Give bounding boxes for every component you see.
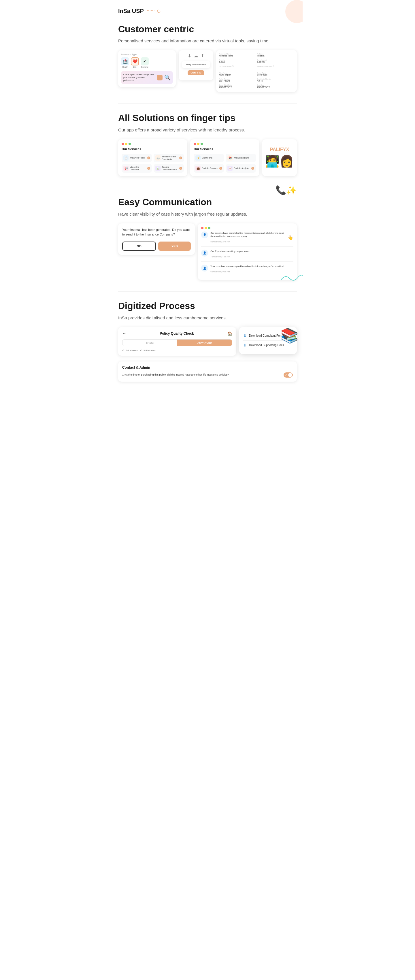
tab-basic[interactable]: BASIC: [122, 340, 177, 346]
mc-icon: 📢: [123, 166, 129, 171]
general-label: General: [141, 66, 148, 68]
policy-field-startdate: Cover Start Date DD/MM/YYYY: [219, 84, 256, 88]
service-item-ocs[interactable]: 📊 Ongoing Complaint Status i: [154, 164, 184, 173]
advanced-time-value: 3-5 Minutes: [143, 349, 156, 352]
header-decoration: ~~ ○: [147, 7, 161, 15]
chat-window-dots: [201, 227, 293, 229]
service-item-cf[interactable]: 📝 Claim Filing: [194, 154, 224, 162]
window-dots-2: [194, 143, 256, 145]
kyp-badge: i: [147, 156, 150, 159]
general-icon-item: ✓ General: [141, 57, 149, 68]
book-decoration: 📚: [280, 327, 298, 344]
chat-dot-yellow: [205, 227, 207, 229]
palifyx-illustration: 🧑‍💻👩: [265, 154, 294, 168]
section4-visuals: ← Policy Quality Check 🏠 BASIC ADVANCED …: [118, 327, 297, 356]
cover-value: Cover Type: [257, 74, 294, 76]
section1-title: Customer centric: [118, 24, 297, 35]
service-item-icc[interactable]: ⚖️ Insurance Claim Complaints i: [154, 154, 184, 162]
no-button[interactable]: NO: [122, 242, 156, 251]
ocs-icon: 📊: [155, 166, 161, 171]
savings-text: Check if your current savings meet your …: [123, 73, 155, 81]
chat-avatar-2: 👤: [201, 250, 208, 256]
easy-comm-section: 📞✨ Easy Communication Have clear visibil…: [112, 191, 303, 288]
toggle-switch[interactable]: ✓: [284, 372, 293, 378]
clock-icon-advanced: ⏱: [140, 349, 142, 352]
pcc-title: Policy Quality Check: [160, 331, 194, 336]
section3-title: Easy Communication: [118, 197, 297, 208]
mc-text: Mis-selling Complaint: [130, 166, 146, 171]
separator3: [118, 291, 297, 292]
tab-advanced[interactable]: ADVANCED: [177, 340, 232, 346]
pcc-header: ← Policy Quality Check 🏠: [122, 331, 232, 336]
policy-field-premium: Premium 5,5000: [219, 59, 256, 63]
palifyx-card: PALIFYX 🧑‍💻👩: [262, 139, 297, 176]
restoration-label: Restoration Amount ⓘ: [257, 65, 294, 68]
confirm-button[interactable]: CONFIRM: [188, 70, 204, 75]
service-item-kb[interactable]: 📚 Knowledge Bank: [226, 154, 256, 162]
clock-icon-basic: ⏱: [122, 349, 124, 352]
life-icon: ❤️: [131, 57, 139, 65]
policy-field-plan: Plan Name Name of plan: [219, 72, 256, 76]
contact-card: Contact & Admin 1) At the time of purcha…: [118, 361, 297, 382]
cloud-icon: ☁: [194, 53, 198, 59]
kyp-icon: 📋: [123, 155, 129, 161]
customer-centric-section: Customer centric Personalised services a…: [112, 18, 303, 100]
services-title-1: Our Services: [122, 147, 184, 151]
policy-field-polnum: Policy Number 1034788345: [219, 78, 256, 82]
policy-details-card: Nominee Name Nominee Name Relation Relat…: [216, 50, 297, 92]
contact-question: 1) At the time of purchasing this policy…: [122, 372, 293, 378]
life-label: Life: [133, 66, 136, 68]
ps-text: Portfolio Services: [202, 167, 217, 169]
service-item-kyp[interactable]: 📋 Know Your Policy i: [122, 154, 152, 162]
health-icon-item: 🏥 Health: [121, 57, 129, 68]
comm-left: Your first mail has been generated. Do y…: [118, 223, 195, 280]
restoration-value: —: [257, 68, 294, 70]
services-card-1: Our Services 📋 Know Your Policy i ⚖️ Ins…: [118, 139, 187, 176]
phone-ringing-deco: 📞✨: [275, 185, 297, 195]
pcc-tabs: BASIC ADVANCED: [122, 339, 232, 346]
policy-field-cover: Cover Type Cover Type: [257, 72, 294, 76]
palifyx-logo: PALIFYX: [270, 147, 289, 152]
basic-time-value: 2-3 Minutes: [126, 349, 138, 352]
chat-message-1: 👤 Our experts have completed the represe…: [201, 231, 293, 247]
yes-button[interactable]: YES: [158, 242, 191, 251]
chat-avatar-3: 👤: [201, 265, 208, 272]
policy-check-card: ← Policy Quality Check 🏠 BASIC ADVANCED …: [118, 327, 236, 356]
header: InSa USP ~~ ○: [112, 0, 303, 18]
download-icon-complaint: ⬇: [243, 334, 247, 338]
health-label: Health: [122, 66, 128, 68]
icc-icon: ⚖️: [155, 155, 161, 161]
question-text: 1) At the time of purchasing this policy…: [122, 373, 229, 377]
service-item-ps[interactable]: 💼 Portfolio Services i: [194, 164, 224, 173]
cf-text: Claim Filing: [202, 156, 212, 159]
policy-field-certnum: Certificate Number 47645: [257, 78, 294, 82]
download-popup-wrapper: ✕ ⬇ Download Complaint Form ⬇ Download S…: [239, 327, 297, 356]
service-item-pa[interactable]: 📈 Portfolio Analysis i: [226, 164, 256, 173]
cf-icon: 📝: [196, 155, 200, 161]
services-card-2: Our Services 📝 Claim Filing 📚 Knowledge …: [190, 139, 259, 176]
transfer-card: ⬇ ☁ ⬆ Policy transfer request CONFIRM: [179, 50, 213, 80]
chat-text-1: Our experts have completed the represent…: [210, 231, 285, 238]
email-prompt-card: Your first mail has been generated. Do y…: [118, 223, 195, 255]
chat-time-3: 6 December, 9:58 AM: [210, 270, 230, 273]
sum-value: 6,35,000: [257, 61, 294, 63]
back-icon[interactable]: ←: [122, 331, 126, 336]
chat-time-2: 7 December, 4:58 PM: [210, 256, 230, 258]
separator2: [118, 188, 297, 188]
life-icon-item: ❤️ Life: [131, 57, 139, 68]
dot-yellow-1: [125, 143, 127, 145]
pa-badge: i: [251, 167, 254, 170]
policy-field-nominee: Nominee Name Nominee Name: [219, 53, 256, 57]
savings-arrow: →: [157, 75, 162, 80]
services-grid-2: 📝 Claim Filing 📚 Knowledge Bank 💼 Portfo…: [194, 154, 256, 173]
home-icon[interactable]: 🏠: [227, 331, 232, 336]
service-item-mc[interactable]: 📢 Mis-selling Complaint i: [122, 164, 152, 173]
polnum-value: 1034788345: [219, 80, 256, 82]
icc-badge: i: [179, 156, 182, 159]
section3-desc: Have clear visibility of case history wi…: [118, 211, 297, 218]
chat-content-1: Our experts have completed the represent…: [210, 231, 285, 243]
dot-red-1: [122, 143, 124, 145]
chat-time-1: 8 December, 2:48 PM: [210, 241, 230, 243]
download-complaint-label: Download Complaint Form: [249, 334, 283, 337]
advanced-time: ⏱ 3-5 Minutes: [140, 349, 156, 352]
